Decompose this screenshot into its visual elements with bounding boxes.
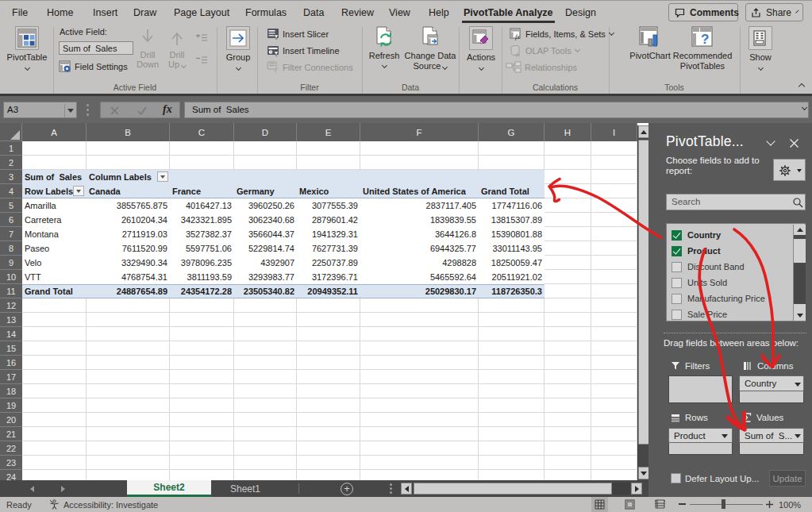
row-header-8[interactable]: 8: [0, 241, 22, 256]
enter-icon[interactable]: [137, 106, 147, 115]
menu-tab-design[interactable]: Design: [565, 1, 596, 24]
column-header-I[interactable]: I: [591, 123, 637, 141]
pivotchart-button[interactable]: PivotChart: [630, 26, 670, 61]
row-labels-filter-button[interactable]: [73, 186, 84, 196]
share-button[interactable]: Share: [745, 3, 803, 21]
column-header-F[interactable]: F: [360, 123, 479, 141]
vertical-scrollbar[interactable]: [637, 125, 648, 480]
menu-tab-page-layout[interactable]: Page Layout: [174, 1, 229, 24]
field-item-discount-band[interactable]: Discount Band: [672, 259, 745, 275]
insert-slicer-button[interactable]: Insert Slicer: [267, 28, 329, 40]
olap-tools-button[interactable]: fx OLAP Tools: [510, 44, 579, 57]
menu-tab-data[interactable]: Data: [303, 1, 324, 24]
row-header-14[interactable]: 14: [0, 327, 22, 341]
row-header-21[interactable]: 21: [0, 427, 22, 441]
column-header-H[interactable]: H: [545, 123, 591, 141]
scroll-up-button[interactable]: [638, 125, 648, 138]
sheet-nav-left-icon[interactable]: [30, 486, 34, 492]
actions-button[interactable]: Actions: [465, 26, 497, 70]
insert-timeline-button[interactable]: Insert Timeline: [267, 44, 340, 57]
sheet-tab-sheet1[interactable]: Sheet1: [214, 480, 276, 497]
field-checkbox-units-sold[interactable]: [672, 278, 682, 288]
horizontal-scrollbar[interactable]: [413, 483, 630, 495]
zoom-out-icon[interactable]: [679, 503, 686, 505]
drill-down-button[interactable]: DrillDown: [137, 28, 159, 69]
update-button[interactable]: Update: [769, 470, 806, 487]
pivottable-button[interactable]: PivotTable: [6, 26, 48, 70]
row-header-2[interactable]: 2: [0, 156, 22, 170]
field-checkbox-sale-price[interactable]: [672, 310, 682, 320]
page-break-view-button[interactable]: [652, 497, 668, 512]
drill-up-button[interactable]: DrillUp: [165, 28, 189, 69]
field-item-product[interactable]: Product: [672, 243, 721, 259]
column-headers[interactable]: ABCDEFGHI: [0, 123, 637, 141]
row-header-19[interactable]: 19: [0, 398, 22, 413]
normal-view-button[interactable]: [591, 497, 608, 512]
zoom-in-icon[interactable]: [765, 500, 774, 509]
zoom-slider-thumb[interactable]: [722, 499, 725, 509]
defer-layout-checkbox[interactable]: [671, 473, 681, 483]
show-button[interactable]: Show: [746, 26, 775, 70]
field-checkbox-product[interactable]: [672, 246, 682, 256]
row-header-18[interactable]: 18: [0, 384, 22, 398]
column-header-E[interactable]: E: [297, 123, 360, 141]
comments-button[interactable]: Comments: [668, 3, 738, 21]
menu-tab-review[interactable]: Review: [341, 1, 374, 24]
relationships-button[interactable]: Relationships: [506, 61, 577, 74]
row-header-17[interactable]: 17: [0, 370, 22, 384]
column-header-B[interactable]: B: [87, 123, 170, 141]
filters-area[interactable]: [668, 375, 733, 403]
expand-field-icon[interactable]: [195, 34, 208, 42]
pane-options-chevron-icon[interactable]: [766, 137, 775, 145]
group-button[interactable]: Group: [224, 26, 252, 70]
horizontal-scroll-thumb[interactable]: [414, 483, 612, 495]
row-header-11[interactable]: 11: [0, 284, 22, 298]
active-field-input[interactable]: Sum of Sales: [59, 41, 133, 55]
tools-gear-button[interactable]: [773, 159, 806, 181]
row-header-16[interactable]: 16: [0, 356, 22, 370]
row-header-4[interactable]: 4: [0, 184, 22, 198]
fields-scroll-thumb[interactable]: [794, 263, 806, 304]
field-item-units-sold[interactable]: Units Sold: [672, 275, 727, 291]
collapse-ribbon-icon[interactable]: [799, 83, 805, 90]
menu-tab-insert[interactable]: Insert: [93, 1, 117, 24]
field-checkbox-discount-band[interactable]: [672, 262, 682, 272]
row-header-7[interactable]: 7: [0, 227, 22, 241]
column-header-G[interactable]: G: [479, 123, 545, 141]
row-header-3[interactable]: 3: [0, 170, 22, 184]
sheet-nav-right-icon[interactable]: [61, 486, 65, 492]
menu-tab-help[interactable]: Help: [429, 1, 449, 24]
field-checkbox-manufacturing-price[interactable]: [672, 294, 682, 304]
fields-scrollbar[interactable]: [793, 225, 806, 321]
fields-scroll-up-icon[interactable]: [794, 225, 806, 235]
column-header-D[interactable]: D: [234, 123, 297, 141]
fields-items-sets-button[interactable]: fx Fields, Items, & Sets: [510, 28, 614, 40]
values-field-chip[interactable]: Sum of S...: [739, 428, 804, 443]
field-checkbox-country[interactable]: [672, 230, 682, 241]
accessibility-status[interactable]: Accessibility: Investigate: [63, 500, 158, 510]
tab-splitter[interactable]: [390, 483, 393, 495]
row-header-5[interactable]: 5: [0, 198, 22, 213]
collapse-field-icon[interactable]: [195, 56, 208, 64]
row-headers[interactable]: 123456789101112131415161718192021222324: [0, 141, 22, 480]
field-item-sale-price[interactable]: Sale Price: [672, 306, 727, 322]
name-box-splitter[interactable]: [87, 103, 89, 117]
select-all-corner[interactable]: [0, 123, 22, 141]
pane-close-icon[interactable]: [789, 138, 799, 148]
row-header-24[interactable]: 24: [0, 470, 22, 480]
refresh-button[interactable]: Refresh: [367, 26, 402, 67]
column-labels-filter-button[interactable]: [157, 171, 168, 182]
row-header-9[interactable]: 9: [0, 256, 22, 270]
change-data-source-button[interactable]: Change Data Source: [406, 26, 454, 71]
menu-tab-draw[interactable]: Draw: [133, 1, 156, 24]
fx-icon[interactable]: fx: [163, 103, 172, 116]
search-input[interactable]: Search: [666, 194, 806, 210]
menu-tab-view[interactable]: View: [389, 1, 410, 24]
name-box[interactable]: A3: [3, 102, 77, 118]
filter-connections-button[interactable]: Filter Connections: [267, 61, 353, 74]
row-header-15[interactable]: 15: [0, 341, 22, 356]
menu-tab-pivottable-analyze[interactable]: PivotTable Analyze: [464, 1, 553, 24]
row-header-23[interactable]: 23: [0, 456, 22, 470]
zoom-slider[interactable]: [690, 504, 763, 505]
menu-tab-formulas[interactable]: Formulas: [245, 1, 287, 24]
